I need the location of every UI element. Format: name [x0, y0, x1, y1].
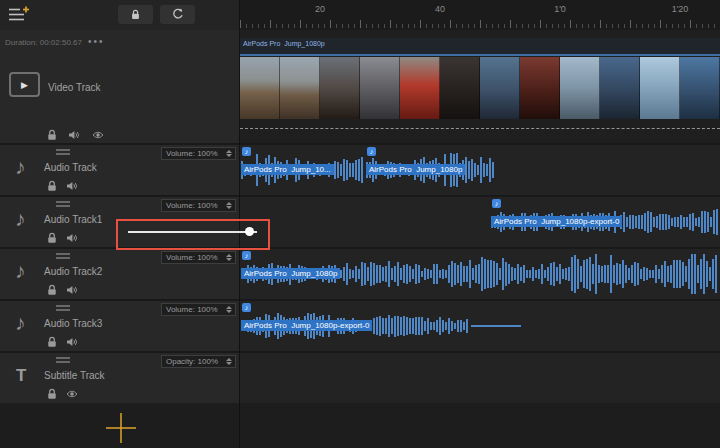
clip-label: AirPods Pro Jump_1080p: [241, 268, 340, 279]
video-track-header: Duration: 00:02:50.67 ••• ▶ Video Track: [0, 30, 239, 143]
volume-spinner[interactable]: Volume: 100%: [161, 147, 236, 160]
audio-clip[interactable]: ♪ AirPods Pro Jump_1080p: [240, 249, 720, 299]
track-options-dots[interactable]: •••: [88, 36, 105, 47]
track-mute-button[interactable]: [66, 334, 78, 346]
clip-label: AirPods Pro Jump_1080p-export-0: [241, 320, 372, 331]
track-drag-handle[interactable]: [56, 305, 70, 313]
spinner-arrows-icon: [226, 306, 232, 313]
ruler-label: 1'20: [672, 4, 689, 14]
spinner-arrows-icon: [226, 358, 232, 365]
duration-label: Duration: 00:02:50.67: [5, 38, 82, 47]
audio-badge-icon: ♪: [242, 147, 251, 156]
clip-overview-bar[interactable]: AirPods Pro Jump_1080p: [240, 38, 720, 56]
spinner-arrows-icon: [226, 150, 232, 157]
video-track-lane[interactable]: AirPods Pro Jump_1080p: [240, 30, 720, 143]
volume-label: Volume: 100%: [166, 201, 218, 210]
track-mute-button[interactable]: [66, 230, 78, 242]
track-mute-button[interactable]: [66, 178, 78, 190]
track-name: Video Track: [48, 82, 101, 93]
video-frame-thumbnail: [600, 57, 640, 119]
volume-spinner[interactable]: Volume: 100%: [161, 251, 236, 264]
track-drag-handle[interactable]: [56, 357, 70, 365]
volume-spinner[interactable]: Volume: 100%: [161, 303, 236, 316]
track-drag-handle[interactable]: [56, 201, 70, 209]
track-visibility-button[interactable]: [66, 386, 78, 398]
track-name: Audio Track: [44, 162, 97, 173]
audio-badge-icon: ♪: [242, 303, 251, 312]
video-frame-thumbnail: [360, 57, 400, 119]
track-drag-handle[interactable]: [56, 149, 70, 157]
audio-badge-icon: ♪: [492, 199, 501, 208]
video-frame-thumbnail: [400, 57, 440, 119]
snap-guide-dashed-line: [240, 128, 720, 129]
video-frame-thumbnail: [240, 57, 280, 119]
track-lock-button[interactable]: [46, 282, 58, 294]
music-note-icon: ♪: [15, 259, 26, 283]
video-clip-filmstrip[interactable]: [240, 57, 720, 119]
track-mute-button[interactable]: [68, 127, 80, 139]
spinner-arrows-icon: [226, 254, 232, 261]
audio-clip[interactable]: ♪ AirPods Pro Jump_1080p: [365, 145, 497, 195]
track-lock-button[interactable]: [46, 334, 58, 346]
play-icon: ▶: [21, 80, 28, 90]
ruler-label: 40: [435, 4, 445, 14]
subtitle-text-icon: T: [16, 366, 26, 386]
ruler-label: 20: [315, 4, 325, 14]
volume-label: Volume: 100%: [166, 253, 218, 262]
add-track-button[interactable]: [8, 6, 32, 24]
clip-label: AirPods Pro Jump_1080p-export-0: [491, 216, 622, 227]
timeline-toolbar: [0, 0, 240, 31]
render-preview-button[interactable]: [160, 5, 195, 24]
refresh-icon: [172, 6, 184, 24]
music-note-icon: ♪: [15, 311, 26, 335]
track-lock-button[interactable]: [46, 386, 58, 398]
audio-clip[interactable]: ♪ AirPods Pro Jump_1080p-export-0: [490, 197, 720, 247]
video-editor-timeline: 20 40 1'0 1'20 Duration: 00:02:50.67 •••…: [0, 0, 720, 448]
overview-clip-label: AirPods Pro Jump_1080p: [243, 40, 325, 47]
waveform-silent-tail: [471, 325, 521, 327]
track-mute-button[interactable]: [66, 282, 78, 294]
audio-badge-icon: ♪: [242, 251, 251, 260]
video-frame-thumbnail: [680, 57, 720, 119]
timeline-ruler[interactable]: 20 40 1'0 1'20: [240, 0, 720, 31]
track-name: Audio Track2: [44, 266, 102, 277]
add-track-icon: [8, 9, 30, 26]
video-track-icon: ▶: [9, 72, 40, 97]
subtitle-track-lane[interactable]: [240, 353, 720, 403]
video-frame-thumbnail: [280, 57, 320, 119]
audio-track3-lane[interactable]: ♪ AirPods Pro Jump_1080p-export-0: [240, 301, 720, 351]
video-frame-thumbnail: [560, 57, 600, 119]
add-track-plus-button[interactable]: [106, 413, 136, 443]
track-visibility-button[interactable]: [92, 127, 104, 139]
plus-icon: [106, 413, 136, 443]
highlight-annotation-box: [116, 219, 270, 250]
audio-track2-header: Volume: 100% ♪ Audio Track2: [0, 249, 239, 299]
clip-label: AirPods Pro Jump_1080p: [366, 164, 465, 175]
audio-track1-lane[interactable]: ♪ AirPods Pro Jump_1080p-export-0: [240, 197, 720, 247]
timeline-bottom-area: [0, 403, 720, 448]
music-note-icon: ♪: [15, 207, 26, 231]
opacity-spinner[interactable]: Opacity: 100%: [161, 355, 236, 368]
audio-badge-icon: ♪: [367, 147, 376, 156]
audio-clip[interactable]: ♪ AirPods Pro Jump_1080p-export-0: [240, 301, 522, 351]
volume-label: Volume: 100%: [166, 305, 218, 314]
audio-track-header: Volume: 100% ♪ Audio Track: [0, 145, 239, 195]
audio-track3-header: Volume: 100% ♪ Audio Track3: [0, 301, 239, 351]
track-lock-button[interactable]: [46, 127, 58, 139]
subtitle-track-header: Opacity: 100% T Subtitle Track: [0, 353, 239, 403]
volume-label: Volume: 100%: [166, 149, 218, 158]
lock-tracks-button[interactable]: [118, 5, 153, 24]
volume-spinner[interactable]: Volume: 100%: [161, 199, 236, 212]
clip-label: AirPods Pro Jump_10...: [241, 164, 334, 175]
track-lock-button[interactable]: [46, 178, 58, 190]
audio-track-lane[interactable]: ♪ AirPods Pro Jump_10... ♪ AirPods Pro J…: [240, 145, 720, 195]
video-frame-thumbnail: [480, 57, 520, 119]
audio-track2-lane[interactable]: ♪ AirPods Pro Jump_1080p: [240, 249, 720, 299]
video-frame-thumbnail: [440, 57, 480, 119]
audio-clip[interactable]: ♪ AirPods Pro Jump_10...: [240, 145, 365, 195]
ruler-label: 1'0: [554, 4, 566, 14]
track-name: Audio Track3: [44, 318, 102, 329]
track-drag-handle[interactable]: [56, 253, 70, 261]
opacity-label: Opacity: 100%: [166, 357, 218, 366]
track-lock-button[interactable]: [46, 230, 58, 242]
